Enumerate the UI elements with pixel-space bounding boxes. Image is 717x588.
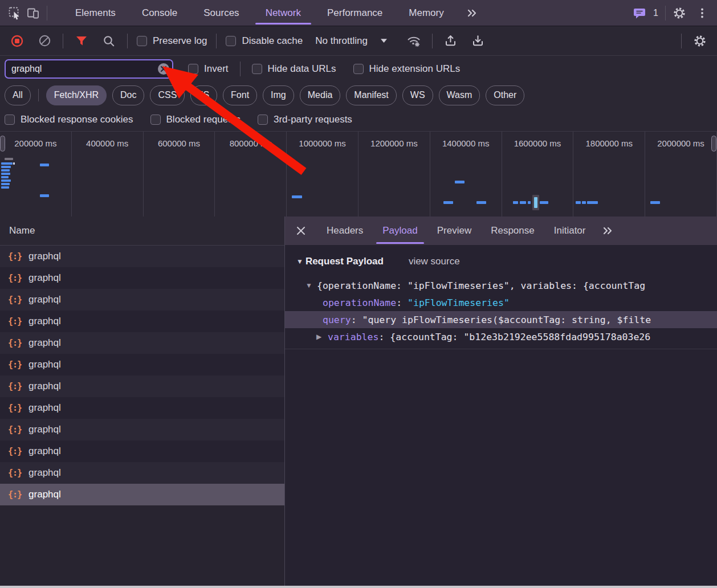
request-timing-mark: [40, 164, 49, 166]
request-payload-section: ▼ Request Payload view source: [285, 253, 717, 270]
timeline-tick: 200000 ms: [0, 132, 72, 217]
timeline-tick: 1000000 ms: [287, 132, 358, 217]
issues-message-icon[interactable]: [630, 4, 649, 22]
collapse-triangle-icon[interactable]: ▼: [296, 258, 303, 266]
detail-tab-response[interactable]: Response: [481, 217, 544, 245]
payload-line[interactable]: ▼{operationName: "ipFlowTimeseries", var…: [285, 277, 717, 294]
expand-triangle-icon[interactable]: ▶: [316, 333, 328, 341]
detail-tab-payload[interactable]: Payload: [373, 217, 427, 245]
detail-tab-initiator[interactable]: Initiator: [544, 217, 596, 245]
request-timing-mark: [528, 201, 531, 204]
fetch-xhr-icon: {:}: [8, 403, 22, 413]
network-conditions-icon[interactable]: [405, 32, 423, 50]
more-options-icon[interactable]: [693, 4, 711, 22]
settings-gear-icon[interactable]: [670, 4, 689, 22]
tab-sources[interactable]: Sources: [190, 0, 252, 26]
chip-ws[interactable]: WS: [402, 85, 433, 105]
device-toolbar-icon[interactable]: [24, 4, 42, 22]
disable-cache-checkbox[interactable]: Disable cache: [226, 35, 303, 47]
tab-elements[interactable]: Elements: [62, 0, 129, 26]
3rd-party-requests-checkbox[interactable]: 3rd-party requests: [258, 114, 352, 125]
checkbox: [150, 115, 161, 125]
payload-token-key: variables: [328, 332, 378, 342]
chip-other[interactable]: Other: [486, 85, 524, 105]
network-overview-timeline[interactable]: 200000 ms400000 ms600000 ms800000 ms1000…: [0, 132, 717, 217]
divider: [285, 349, 717, 349]
request-timing-mark: [582, 201, 586, 204]
hide-data-urls-checkbox[interactable]: Hide data URLs: [252, 63, 336, 75]
preserve-log-checkbox[interactable]: Preserve log: [137, 35, 207, 47]
table-row[interactable]: {:}graphql: [0, 440, 284, 462]
issues-count: 1: [653, 8, 658, 18]
chip-img[interactable]: Img: [263, 85, 294, 105]
hide-data-urls-label: Hide data URLs: [268, 63, 336, 75]
request-timing-mark: [1, 176, 9, 178]
blocked-response-cookies-label: Blocked response cookies: [21, 114, 133, 125]
view-source-toggle[interactable]: view source: [409, 256, 460, 267]
table-row[interactable]: {:}graphql: [0, 375, 284, 397]
detail-tab-preview[interactable]: Preview: [427, 217, 481, 245]
export-har-icon[interactable]: [469, 32, 487, 50]
collapse-triangle-icon[interactable]: ▼: [305, 281, 317, 289]
search-icon[interactable]: [100, 32, 118, 50]
tab-performance[interactable]: Performance: [314, 0, 396, 26]
hide-extension-urls-label: Hide extension URLs: [369, 63, 461, 75]
more-tabs-icon[interactable]: [463, 4, 481, 22]
table-row[interactable]: {:}graphql: [0, 311, 284, 332]
chip-manifest[interactable]: Manifest: [346, 85, 396, 105]
record-network-log-icon[interactable]: [8, 32, 26, 50]
chip-all[interactable]: All: [5, 85, 31, 105]
overview-left-handle[interactable]: [0, 136, 5, 152]
table-row[interactable]: {:}graphql: [0, 354, 284, 375]
clear-filter-icon[interactable]: [158, 63, 169, 75]
chip-js[interactable]: JS: [190, 85, 217, 105]
tab-memory[interactable]: Memory: [396, 0, 457, 26]
chip-css[interactable]: CSS: [150, 85, 185, 105]
overview-right-handle[interactable]: [711, 136, 716, 152]
name-column-header[interactable]: Name: [0, 217, 284, 246]
close-panel-icon[interactable]: [292, 222, 310, 240]
divider: [432, 34, 433, 48]
table-row[interactable]: {:}graphql: [0, 246, 284, 267]
chip-fetch-xhr[interactable]: Fetch/XHR: [46, 85, 107, 105]
fetch-xhr-icon: {:}: [8, 316, 22, 326]
table-row[interactable]: {:}graphql: [0, 397, 284, 419]
hide-extension-urls-checkbox[interactable]: Hide extension URLs: [353, 63, 461, 75]
divider: [47, 6, 47, 21]
table-row[interactable]: {:}graphql: [0, 267, 284, 289]
filter-input-wrap: [5, 59, 173, 79]
tab-network[interactable]: Network: [252, 0, 314, 26]
payload-tree: ▼{operationName: "ipFlowTimeseries", var…: [285, 277, 717, 345]
request-name: graphql: [28, 337, 61, 349]
table-row[interactable]: {:}graphql: [0, 332, 284, 354]
filter-input[interactable]: [5, 59, 173, 79]
network-settings-gear-icon[interactable]: [691, 32, 709, 50]
request-timing-mark: [540, 201, 548, 204]
detail-tab-headers[interactable]: Headers: [317, 217, 373, 245]
chip-font[interactable]: Font: [223, 85, 257, 105]
inspect-element-icon[interactable]: [6, 4, 24, 22]
invert-checkbox[interactable]: Invert: [188, 63, 229, 75]
throttling-dropdown[interactable]: No throttling: [315, 35, 388, 47]
filter-funnel-icon[interactable]: [72, 32, 91, 50]
table-row[interactable]: {:}graphql: [0, 419, 284, 440]
payload-token-plain: {operationName: "ipFlowTimeseries", vari…: [317, 280, 645, 291]
chip-wasm[interactable]: Wasm: [439, 85, 480, 105]
import-har-icon[interactable]: [442, 32, 460, 50]
network-toolbar: Preserve log Disable cache No throttling: [0, 26, 717, 56]
blocked-requests-checkbox[interactable]: Blocked requests: [150, 114, 241, 125]
table-row[interactable]: {:}graphql: [0, 289, 284, 311]
payload-line[interactable]: operationName: "ipFlowTimeseries": [285, 294, 717, 311]
chip-media[interactable]: Media: [300, 85, 341, 105]
table-row[interactable]: {:}graphql: [0, 484, 284, 505]
tab-console[interactable]: Console: [129, 0, 190, 26]
more-detail-tabs-icon[interactable]: [598, 222, 617, 240]
chip-doc[interactable]: Doc: [112, 85, 144, 105]
request-timing-mark: [534, 197, 537, 208]
clear-network-log-icon[interactable]: [35, 32, 54, 50]
table-row[interactable]: {:}graphql: [0, 462, 284, 484]
payload-line[interactable]: query: "query ipFlowTimeseries($accountT…: [285, 311, 717, 328]
request-timing-mark: [650, 201, 660, 204]
payload-line[interactable]: ▶variables: {accountTag: "b12e3b2192ee55…: [285, 328, 717, 345]
blocked-response-cookies-checkbox[interactable]: Blocked response cookies: [5, 114, 133, 125]
